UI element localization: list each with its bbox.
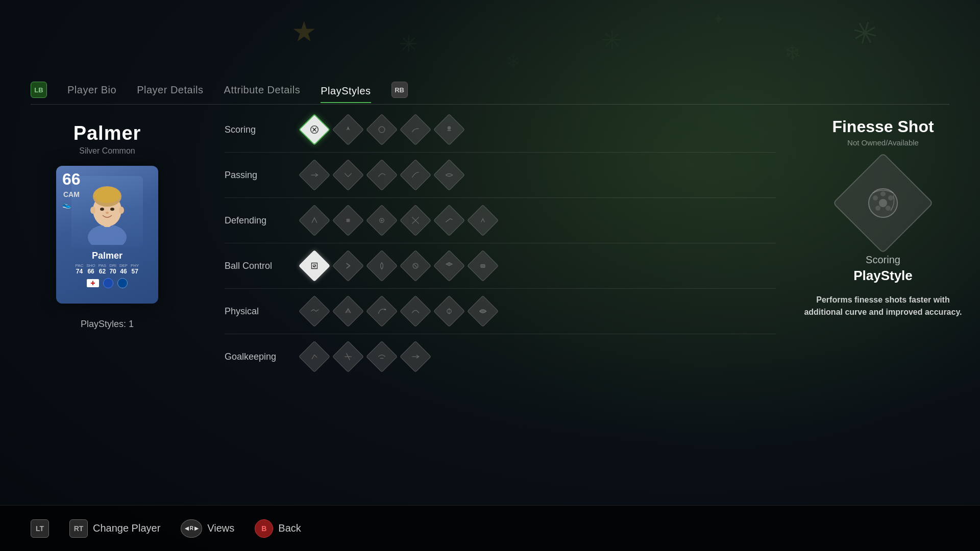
icon-aerial[interactable] [470, 253, 496, 279]
bottom-bar: LT RT Change Player ◀ R ▶ Views B Back [0, 505, 980, 551]
player-type: Silver Common [79, 146, 135, 156]
player-name-heading: Palmer [74, 122, 141, 144]
icon-gk-reflexes[interactable] [369, 343, 395, 370]
icon-gk-cross[interactable] [335, 343, 361, 370]
icon-tiki-taka[interactable] [335, 162, 361, 188]
icon-acrobatic[interactable] [402, 298, 429, 324]
category-goalkeeping: Goalkeeping [225, 334, 776, 379]
main-content: Palmer Silver Common 66 CAM 👟 [0, 107, 980, 500]
icon-press-proven[interactable] [436, 253, 462, 279]
icon-slide-tackle[interactable] [436, 207, 462, 234]
lt-badge: LT [31, 519, 49, 538]
center-panel: Scoring [214, 107, 786, 500]
gk-rush-icon [410, 352, 421, 362]
detail-subtitle: Not Owned/Available [847, 138, 919, 147]
first-touch-icon [410, 261, 421, 271]
long-ball-pass-icon [410, 170, 421, 180]
btn-back[interactable]: B Back [255, 519, 301, 538]
svg-point-26 [888, 195, 893, 201]
icon-flair[interactable] [369, 253, 395, 279]
anticipate-icon [377, 215, 387, 226]
incisive-pass-icon [444, 170, 454, 180]
detail-type: PlayStyle [853, 268, 913, 284]
icons-scoring [301, 116, 462, 143]
deco-star: ★ [291, 15, 316, 48]
btn-lt[interactable]: LT [31, 519, 49, 538]
card-player-image [71, 176, 143, 247]
deco-snowflake-5: ❄ [506, 51, 521, 71]
svg-point-27 [886, 206, 891, 211]
aerial-icon [478, 261, 488, 271]
icon-gk-footwork[interactable] [301, 343, 328, 370]
icon-explosive-sprint[interactable] [335, 298, 361, 324]
stat-phy: PHY 57 [131, 263, 139, 275]
icon-trickster[interactable] [470, 298, 496, 324]
icon-gk-rush[interactable] [402, 343, 429, 370]
tab-player-bio[interactable]: Player Bio [67, 82, 116, 98]
card-stats: PAC 74 SHO 66 PAS 62 DRI 70 DEF 46 [76, 263, 139, 275]
lb-badge[interactable]: LB [31, 82, 47, 98]
tab-playstyles[interactable]: PlayStyles [321, 83, 371, 103]
label-ball-control: Ball Control [225, 261, 291, 271]
tab-attribute-details[interactable]: Attribute Details [224, 82, 301, 98]
stat-pas: PAS 62 [99, 263, 106, 275]
pinged-pass-icon [309, 170, 320, 180]
detail-title: Finesse Shot [832, 117, 934, 136]
icon-trivela[interactable] [369, 298, 395, 324]
stat-sho: SHO 66 [86, 263, 95, 275]
category-ball-control: Ball Control [225, 243, 776, 289]
icons-ball-control [301, 253, 496, 279]
icon-power-header[interactable] [436, 116, 462, 143]
label-passing: Passing [225, 170, 291, 181]
icon-incisive-pass[interactable] [436, 162, 462, 188]
icon-whipped-pass[interactable] [369, 162, 395, 188]
btn-views[interactable]: ◀ R ▶ Views [181, 519, 234, 538]
gk-cross-icon [343, 352, 353, 362]
category-scoring: Scoring [225, 107, 776, 153]
icons-goalkeeping [301, 343, 429, 370]
icon-dead-ball[interactable] [369, 116, 395, 143]
change-player-label: Change Player [93, 522, 160, 534]
deco-snowflake-2: ❄ [784, 41, 801, 64]
chip-shot-icon [410, 124, 421, 135]
svg-rect-19 [481, 265, 485, 268]
svg-point-13 [448, 126, 451, 130]
icon-pinged-pass[interactable] [301, 162, 328, 188]
rapid-icon [343, 261, 353, 271]
icon-long-ball-pass[interactable] [402, 162, 429, 188]
icon-power-shot[interactable] [335, 116, 361, 143]
press-proven-icon [444, 261, 454, 271]
detail-category: Scoring [866, 254, 900, 266]
icon-block[interactable] [335, 207, 361, 234]
icon-long-throw[interactable] [436, 298, 462, 324]
nav-bar: LB Player Bio Player Details Attribute D… [31, 82, 949, 105]
trickster-icon [478, 306, 488, 316]
icon-first-touch[interactable] [402, 253, 429, 279]
rb-badge[interactable]: RB [391, 82, 408, 98]
card-position: CAM [63, 190, 80, 198]
svg-rect-14 [347, 219, 350, 222]
b-badge: B [255, 519, 273, 538]
finesse-shot-icon [309, 124, 320, 135]
icon-jockey[interactable] [301, 207, 328, 234]
btn-change-player[interactable]: RT Change Player [69, 519, 160, 538]
svg-point-29 [873, 195, 878, 201]
svg-point-8 [90, 207, 95, 214]
svg-point-12 [379, 127, 385, 133]
svg-point-4 [94, 187, 120, 203]
tiki-taka-icon [343, 170, 353, 180]
tab-player-details[interactable]: Player Details [137, 82, 203, 98]
whipped-pass-icon [377, 170, 387, 180]
icon-quick-step[interactable] [301, 298, 328, 324]
card-rating: 66 [62, 171, 81, 187]
jockey-icon [309, 215, 320, 226]
icon-intercept[interactable] [402, 207, 429, 234]
icon-chip-shot[interactable] [402, 116, 429, 143]
icon-tackle[interactable] [470, 207, 496, 234]
icon-technical[interactable] [301, 253, 328, 279]
tackle-icon [478, 215, 488, 226]
icon-finesse-shot[interactable] [301, 116, 328, 143]
icon-rapid[interactable] [335, 253, 361, 279]
shoe-icon: 👟 [62, 201, 71, 209]
icon-anticipate[interactable] [369, 207, 395, 234]
